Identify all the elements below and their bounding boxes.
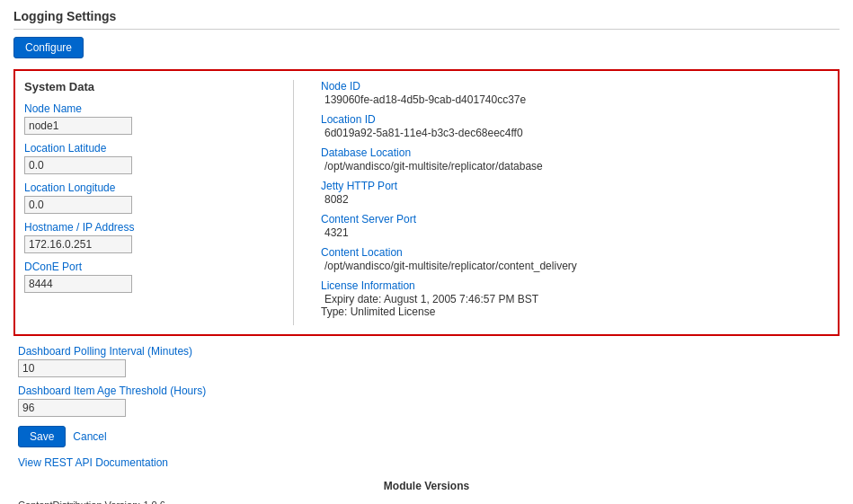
hostname-ip-input[interactable] [24, 235, 132, 253]
license-information-value: Expiry date: August 1, 2005 7:46:57 PM B… [321, 293, 538, 318]
location-latitude-input[interactable] [24, 156, 132, 174]
jetty-http-port-label: Jetty HTTP Port [321, 180, 829, 192]
action-buttons: Save Cancel [18, 426, 835, 447]
node-name-label: Node Name [24, 102, 280, 115]
hostname-ip-group: Hostname / IP Address [24, 221, 280, 253]
save-button[interactable]: Save [18, 426, 66, 447]
dcone-port-label: DConE Port [24, 261, 280, 273]
module-versions-list: ContentDistribution Version: 1.0.6 DConE… [18, 498, 835, 504]
jetty-http-port-item: Jetty HTTP Port 8082 [321, 180, 829, 206]
system-data-section: System Data Node Name Location Latitude … [13, 69, 840, 336]
database-location-value: /opt/wandisco/git-multisite/replicator/d… [324, 160, 543, 172]
configure-button[interactable]: Configure [13, 37, 84, 58]
polling-interval-label: Dashboard Polling Interval (Minutes) [18, 345, 835, 358]
dcone-port-group: DConE Port [24, 261, 280, 293]
location-latitude-group: Location Latitude [24, 142, 280, 174]
hostname-ip-label: Hostname / IP Address [24, 221, 280, 234]
location-id-item: Location ID 6d019a92-5a81-11e4-b3c3-dec6… [321, 113, 829, 139]
dcone-port-input[interactable] [24, 275, 132, 293]
item-age-input[interactable] [18, 399, 126, 417]
node-name-group: Node Name [24, 102, 280, 135]
database-location-label: Database Location [321, 146, 829, 159]
content-server-port-item: Content Server Port 4321 [321, 213, 829, 239]
content-location-label: Content Location [321, 246, 829, 259]
content-server-port-label: Content Server Port [321, 213, 829, 225]
below-section: Dashboard Polling Interval (Minutes) Das… [13, 345, 840, 504]
content-location-value: /opt/wandisco/git-multisite/replicator/c… [324, 260, 577, 272]
node-id-value: 139060fe-ad18-4d5b-9cab-d401740cc37e [324, 93, 526, 106]
node-id-item: Node ID 139060fe-ad18-4d5b-9cab-d401740c… [321, 80, 829, 106]
license-information-label: License Information [321, 279, 829, 292]
content-server-port-value: 4321 [324, 226, 349, 239]
right-panel: Node ID 139060fe-ad18-4d5b-9cab-d401740c… [312, 80, 829, 325]
rest-api-link[interactable]: View REST API Documentation [18, 456, 835, 469]
item-age-label: Dashboard Item Age Threshold (Hours) [18, 385, 835, 397]
polling-interval-input[interactable] [18, 359, 126, 377]
cancel-link[interactable]: Cancel [73, 430, 106, 443]
location-id-label: Location ID [321, 113, 829, 126]
module-line-1: ContentDistribution Version: 1.0.6 [18, 498, 835, 504]
location-longitude-group: Location Longitude [24, 181, 280, 214]
item-age-group: Dashboard Item Age Threshold (Hours) [18, 385, 835, 417]
jetty-http-port-value: 8082 [324, 193, 349, 206]
system-data-title: System Data [24, 80, 280, 93]
location-latitude-label: Location Latitude [24, 142, 280, 155]
location-longitude-input[interactable] [24, 196, 132, 214]
page-title: Logging Settings [13, 9, 840, 30]
node-id-label: Node ID [321, 80, 829, 93]
location-longitude-label: Location Longitude [24, 181, 280, 194]
module-versions-section: Module Versions ContentDistribution Vers… [18, 480, 835, 504]
node-name-input[interactable] [24, 117, 132, 135]
license-information-item: License Information Expiry date: August … [321, 279, 829, 318]
left-panel: System Data Node Name Location Latitude … [24, 80, 294, 325]
content-location-item: Content Location /opt/wandisco/git-multi… [321, 246, 829, 272]
location-id-value: 6d019a92-5a81-11e4-b3c3-dec68eec4ff0 [324, 127, 523, 139]
polling-interval-group: Dashboard Polling Interval (Minutes) [18, 345, 835, 377]
database-location-item: Database Location /opt/wandisco/git-mult… [321, 146, 829, 172]
module-versions-title: Module Versions [18, 480, 835, 492]
